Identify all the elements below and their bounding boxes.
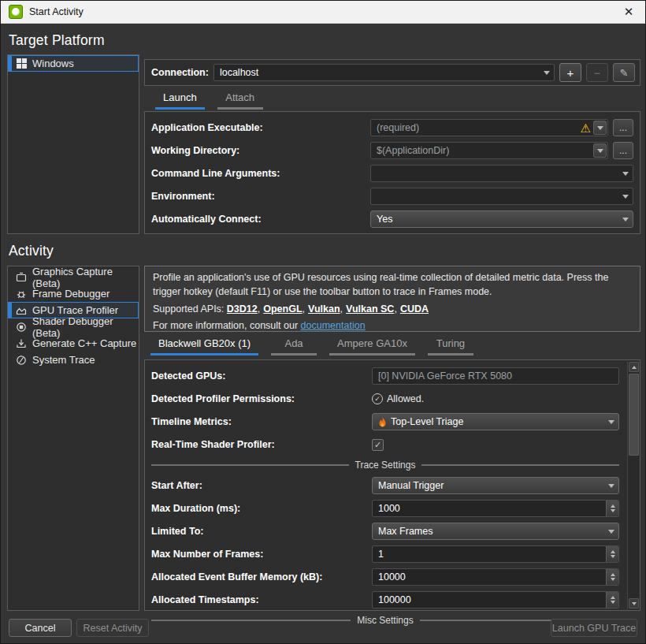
detected-gpus-field: [0] NVIDIA GeForce RTX 5080 xyxy=(372,367,619,385)
tab-ada[interactable]: Ada xyxy=(271,336,317,356)
windows-icon xyxy=(17,58,27,69)
activity-item-frame-debugger[interactable]: Frame Debugger xyxy=(8,285,139,302)
graphics-capture-icon xyxy=(15,271,27,283)
command-line-arguments-input[interactable] xyxy=(370,165,633,182)
gpu-trace-settings-panel: Detected GPUs: [0] NVIDIA GeForce RTX 50… xyxy=(144,359,640,611)
api-link-d3d12[interactable]: D3D12 xyxy=(227,303,258,315)
activity-item-label: System Trace xyxy=(32,354,95,366)
tab-launch[interactable]: Launch xyxy=(155,90,205,110)
scrollbar-thumb[interactable] xyxy=(629,374,639,456)
api-link-vulkan-sc[interactable]: Vulkan SC xyxy=(346,303,394,315)
automatically-connect-select[interactable]: Yes xyxy=(370,210,633,228)
real-time-shader-profiler-checkbox[interactable]: ✓ xyxy=(372,439,384,451)
add-connection-button[interactable]: + xyxy=(559,63,581,82)
api-separator: , xyxy=(258,303,260,315)
cancel-button[interactable]: Cancel xyxy=(9,619,72,637)
chevron-down-icon[interactable] xyxy=(593,143,607,158)
description-text: Profile an application's use of GPU reso… xyxy=(153,271,632,300)
automatically-connect-label: Automatically Connect: xyxy=(151,214,370,225)
environment-input[interactable] xyxy=(370,188,633,205)
application-executable-input[interactable]: (required) ⚠ xyxy=(370,119,608,136)
timeline-metrics-label: Timeline Metrics: xyxy=(151,416,372,427)
timeline-metrics-select[interactable]: Top-Level Triage xyxy=(372,413,619,430)
working-directory-value: $(ApplicationDir) xyxy=(377,145,593,156)
activity-item-shader-debugger[interactable]: Shader Debugger (Beta) xyxy=(8,318,139,335)
tab-blackwell-gb20x[interactable]: Blackwell GB20x (1) xyxy=(150,336,258,356)
max-duration-label: Max Duration (ms): xyxy=(151,503,372,514)
automatically-connect-value: Yes xyxy=(377,214,618,225)
gpu-architecture-tabs: Blackwell GB20x (1) Ada Ampere GA10x Tur… xyxy=(150,336,473,356)
allocated-timestamps-spinner[interactable]: 100000 xyxy=(372,591,619,609)
application-executable-value: (required) xyxy=(377,122,581,133)
flame-icon xyxy=(378,417,387,427)
application-executable-browse-button[interactable]: ... xyxy=(613,119,633,136)
max-number-of-frames-label: Max Number of Frames: xyxy=(151,549,372,560)
working-directory-browse-button[interactable]: ... xyxy=(613,142,633,159)
activity-item-system-trace[interactable]: System Trace xyxy=(8,352,139,368)
platform-item-windows[interactable]: Windows xyxy=(8,55,139,72)
command-line-arguments-label: Command Line Arguments: xyxy=(151,168,370,179)
detected-gpus-value: [0] NVIDIA GeForce RTX 5080 xyxy=(378,370,618,382)
api-link-opengl[interactable]: OpenGL xyxy=(263,303,302,315)
start-after-value: Manual Trigger xyxy=(378,480,604,491)
max-duration-spinner[interactable]: 1000 xyxy=(372,500,619,517)
working-directory-input[interactable]: $(ApplicationDir) xyxy=(370,142,608,159)
scroll-up-icon[interactable] xyxy=(629,362,639,372)
more-info-line: For more information, consult our docume… xyxy=(153,319,632,333)
nsight-app-icon xyxy=(9,5,23,19)
chevron-down-icon[interactable] xyxy=(618,166,633,181)
limited-to-value: Max Frames xyxy=(378,526,604,537)
start-after-select[interactable]: Manual Trigger xyxy=(372,477,619,494)
allocated-event-buffer-memory-spinner[interactable]: 10000 xyxy=(372,568,619,586)
application-executable-label: Application Executable: xyxy=(151,122,370,133)
connection-select[interactable]: localhost xyxy=(213,64,555,81)
close-icon[interactable]: ✕ xyxy=(620,3,637,20)
misc-settings-separator: Misc Settings xyxy=(151,614,619,626)
supported-apis-prefix: Supported APIs: xyxy=(153,303,227,315)
spinner-arrows-icon[interactable] xyxy=(606,592,618,608)
connection-value: localhost xyxy=(220,67,540,78)
more-info-prefix: For more information, consult our xyxy=(153,320,301,331)
permissions-status: Allowed. xyxy=(387,393,424,404)
frame-debugger-icon xyxy=(15,288,27,300)
spinner-arrows-icon[interactable] xyxy=(606,569,618,585)
spinner-arrows-icon[interactable] xyxy=(606,546,618,562)
chevron-down-icon[interactable] xyxy=(618,188,633,204)
connection-label: Connection: xyxy=(151,67,209,78)
max-number-of-frames-spinner[interactable]: 1 xyxy=(372,545,619,563)
limited-to-select[interactable]: Max Frames xyxy=(372,523,619,540)
warning-icon: ⚠ xyxy=(581,122,591,134)
scroll-down-icon[interactable] xyxy=(629,598,639,609)
tab-ampere-ga10x[interactable]: Ampere GA10x xyxy=(329,336,415,356)
chevron-down-icon[interactable] xyxy=(593,121,607,135)
trace-settings-separator-label: Trace Settings xyxy=(355,460,416,471)
platform-item-label: Windows xyxy=(32,58,74,69)
allocated-timestamps-label: Allocated Timestamps: xyxy=(151,594,372,605)
activity-item-label: Frame Debugger xyxy=(32,288,110,300)
allowed-check-icon: ✓ xyxy=(372,393,383,404)
tab-attach[interactable]: Attach xyxy=(217,90,263,110)
gpu-trace-icon xyxy=(15,304,27,316)
documentation-link[interactable]: documentation xyxy=(301,320,366,331)
tab-turing[interactable]: Turing xyxy=(428,336,473,356)
reset-activity-button: Reset Activity xyxy=(76,619,149,637)
api-separator: , xyxy=(303,303,305,315)
chevron-down-icon[interactable] xyxy=(540,65,554,80)
settings-scrollbar[interactable] xyxy=(627,361,639,609)
limited-to-label: Limited To: xyxy=(151,526,372,537)
allocated-timestamps-value: 100000 xyxy=(373,594,606,605)
api-link-cuda[interactable]: CUDA xyxy=(400,303,429,315)
activity-item-graphics-capture[interactable]: Graphics Capture (Beta) xyxy=(8,269,139,285)
allocated-event-buffer-memory-value: 10000 xyxy=(373,571,606,583)
detected-profiler-permissions-label: Detected Profiler Permissions: xyxy=(151,393,372,404)
title-bar: Start Activity ✕ xyxy=(1,1,645,24)
max-number-of-frames-value: 1 xyxy=(373,549,606,560)
edit-connection-button[interactable]: ✎ xyxy=(613,63,635,82)
shader-debugger-icon xyxy=(15,321,27,333)
system-trace-icon xyxy=(15,354,27,366)
spinner-arrows-icon[interactable] xyxy=(606,501,618,516)
generate-cpp-capture-icon xyxy=(15,337,27,349)
activity-item-generate-cpp-capture[interactable]: Generate C++ Capture xyxy=(8,335,139,352)
misc-settings-separator-label: Misc Settings xyxy=(357,615,413,626)
api-link-vulkan[interactable]: Vulkan xyxy=(308,303,340,315)
